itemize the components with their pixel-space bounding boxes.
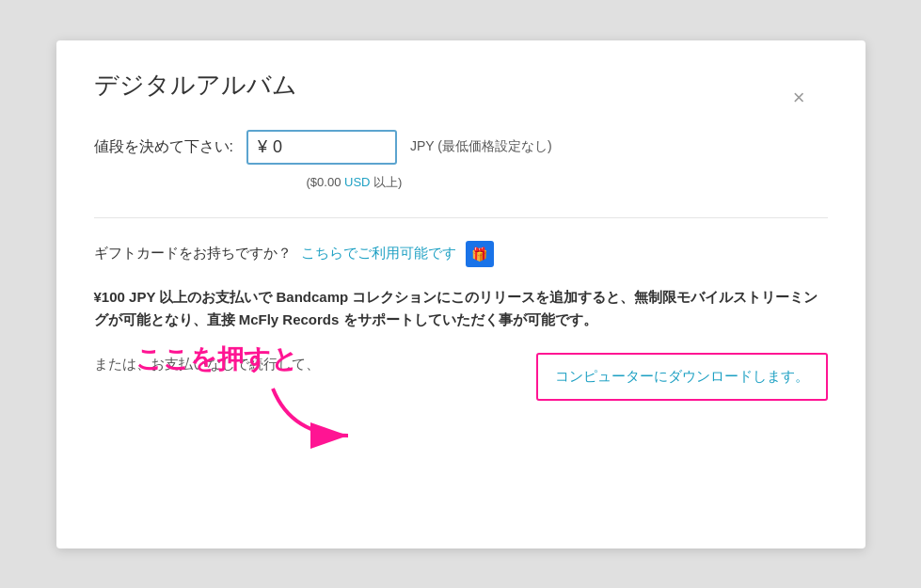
usd-link[interactable]: USD <box>344 175 370 189</box>
close-button[interactable]: × <box>793 87 805 108</box>
currency-symbol: ¥ <box>258 137 267 157</box>
modal-overlay: デジタルアルバム × 値段を決めて下さい: ¥ JPY (最低価格設定なし) (… <box>0 0 921 588</box>
jpy-label: JPY (最低価格設定なし) <box>410 138 552 155</box>
gift-card-row: ギフトカードをお持ちですか？ こちらでご利用可能です 🎁 <box>94 241 828 267</box>
modal-container: デジタルアルバム × 値段を決めて下さい: ¥ JPY (最低価格設定なし) (… <box>56 40 865 548</box>
modal-title: デジタルアルバム <box>94 69 828 102</box>
gift-icon: 🎁 <box>471 246 487 262</box>
usd-amount: ($0.00 <box>307 175 341 189</box>
price-input[interactable] <box>273 137 348 157</box>
or-text: または、お支払いなしで続行して、 <box>94 353 517 375</box>
usd-suffix: 以上) <box>373 175 402 189</box>
collection-text: ¥100 JPY 以上のお支払いで Bandcamp コレクションにこのリリース… <box>94 286 828 333</box>
collection-text-bold: ¥100 JPY 以上のお支払いで Bandcamp コレクションにこのリリース… <box>94 289 818 328</box>
price-label: 値段を決めて下さい: <box>94 137 233 157</box>
gift-icon-button[interactable]: 🎁 <box>466 241 494 267</box>
usd-note: ($0.00 USD 以上) <box>307 174 828 191</box>
price-row: 値段を決めて下さい: ¥ JPY (最低価格設定なし) <box>94 130 828 165</box>
price-input-wrapper: ¥ <box>246 130 397 165</box>
divider <box>94 217 828 218</box>
gift-card-link[interactable]: こちらでご利用可能です <box>301 245 456 262</box>
bottom-row: または、お支払いなしで続行して、 コンピューターにダウンロードします。 <box>94 353 828 401</box>
gift-card-text: ギフトカードをお持ちですか？ <box>94 245 292 262</box>
download-button[interactable]: コンピューターにダウンロードします。 <box>536 353 828 401</box>
